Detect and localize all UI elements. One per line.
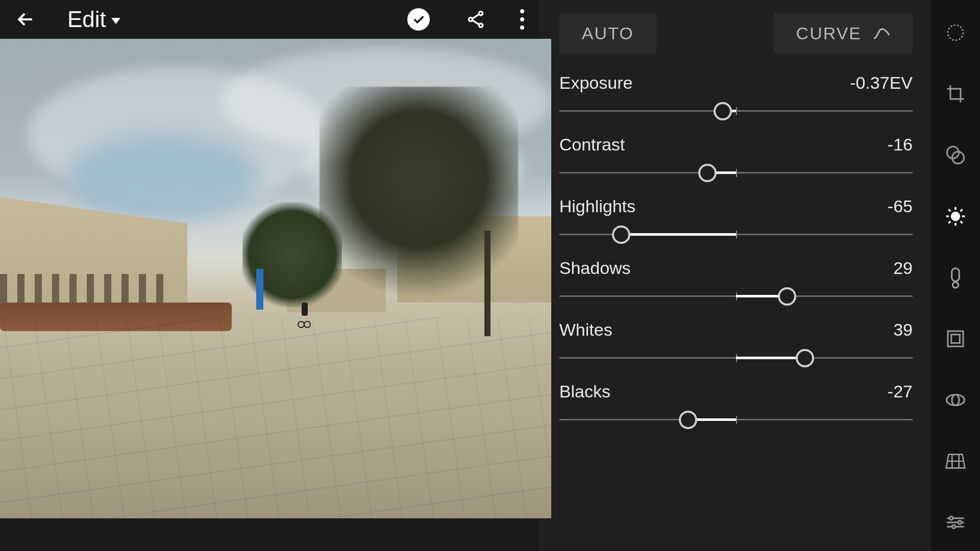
back-icon[interactable] [14, 8, 37, 31]
light-tool-icon[interactable] [943, 204, 968, 229]
svg-point-18 [952, 525, 955, 529]
apply-button[interactable] [407, 8, 430, 31]
tool-rail [931, 0, 980, 551]
blacks-track[interactable] [559, 411, 913, 429]
svg-rect-10 [952, 268, 960, 282]
healing-tool-icon[interactable] [943, 20, 968, 45]
contrast-track[interactable] [559, 164, 913, 182]
whites-slider[interactable]: Whites39 [559, 320, 913, 367]
geometry-tool-icon[interactable] [943, 449, 968, 473]
svg-point-9 [952, 213, 960, 220]
svg-point-1 [469, 17, 472, 21]
highlights-thumb[interactable] [612, 226, 630, 244]
blacks-slider[interactable]: Blacks-27 [559, 382, 913, 429]
svg-point-15 [952, 395, 959, 406]
curve-button[interactable]: CURVE [774, 13, 913, 54]
svg-point-14 [947, 395, 965, 406]
blacks-thumb[interactable] [679, 411, 697, 429]
highlights-track[interactable] [559, 226, 913, 244]
highlights-value: -65 [888, 196, 913, 216]
share-icon[interactable] [465, 9, 486, 30]
svg-rect-13 [951, 335, 960, 343]
svg-point-6 [948, 25, 963, 40]
blacks-value: -27 [888, 382, 913, 402]
contrast-value: -16 [888, 135, 913, 155]
adjustments-panel: AUTO CURVE Exposure-0.37EVContrast-16Hig… [539, 0, 980, 551]
curve-label: CURVE [796, 23, 862, 43]
svg-point-2 [479, 23, 482, 27]
exposure-thumb[interactable] [714, 102, 732, 120]
svg-point-11 [953, 282, 959, 288]
highlights-label: Highlights [559, 196, 635, 216]
auto-button[interactable]: AUTO [559, 13, 656, 54]
whites-label: Whites [559, 320, 612, 340]
svg-rect-12 [948, 331, 963, 346]
chevron-down-icon [111, 18, 120, 24]
svg-point-5 [520, 26, 524, 30]
mode-dropdown[interactable]: Edit [67, 7, 120, 32]
curve-icon [873, 28, 890, 39]
shadows-thumb[interactable] [778, 287, 796, 306]
exposure-value: -0.37EV [850, 73, 913, 93]
whites-track[interactable] [559, 349, 913, 367]
effects-tool-icon[interactable] [943, 327, 968, 351]
contrast-label: Contrast [559, 135, 625, 155]
preview-area: Edit [0, 0, 539, 551]
svg-point-4 [520, 17, 524, 21]
shadows-value: 29 [893, 258, 913, 278]
svg-point-16 [949, 516, 953, 520]
highlights-slider[interactable]: Highlights-65 [559, 196, 913, 244]
exposure-track[interactable] [559, 102, 913, 120]
svg-point-3 [520, 9, 524, 13]
contrast-slider[interactable]: Contrast-16 [559, 135, 913, 182]
settings-tool-icon[interactable] [943, 510, 968, 535]
exposure-label: Exposure [559, 73, 633, 93]
auto-label: AUTO [582, 23, 634, 43]
exposure-slider[interactable]: Exposure-0.37EV [559, 73, 913, 120]
white-balance-tool-icon[interactable] [943, 265, 968, 290]
shadows-slider[interactable]: Shadows29 [559, 258, 913, 306]
shadows-label: Shadows [559, 258, 631, 278]
shadows-track[interactable] [559, 287, 913, 306]
top-bar: Edit [0, 0, 539, 39]
photo-preview[interactable] [0, 39, 551, 518]
presets-tool-icon[interactable] [943, 143, 968, 167]
more-icon[interactable] [520, 9, 525, 30]
contrast-thumb[interactable] [698, 164, 717, 182]
blacks-label: Blacks [559, 382, 610, 402]
svg-point-0 [479, 12, 482, 15]
optics-tool-icon[interactable] [943, 388, 968, 412]
whites-value: 39 [893, 320, 913, 340]
page-title: Edit [67, 7, 106, 32]
crop-tool-icon[interactable] [943, 82, 968, 106]
svg-point-17 [958, 521, 962, 524]
whites-thumb[interactable] [796, 349, 814, 367]
